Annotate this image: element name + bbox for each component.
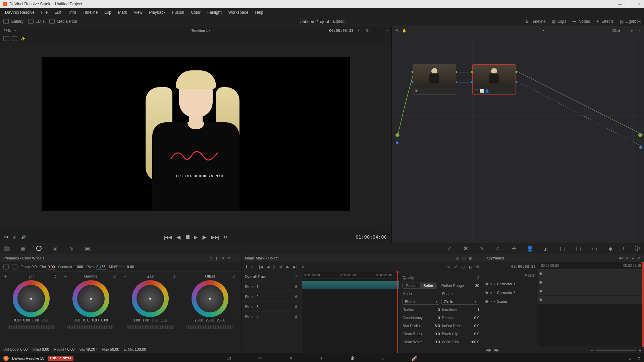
- magic-mask-icon[interactable]: 👤: [527, 245, 533, 251]
- refine-range-field[interactable]: 30: [466, 284, 479, 288]
- mute-icon[interactable]: 🔊: [21, 235, 26, 239]
- track-both-icon[interactable]: ⇄: [279, 265, 282, 269]
- mediapool-toggle[interactable]: Media Pool: [49, 19, 77, 24]
- key-icon[interactable]: ▢: [559, 245, 566, 251]
- radius-field[interactable]: 0: [427, 308, 440, 312]
- first-frame-button[interactable]: |◀◀: [164, 235, 172, 240]
- luts-toggle[interactable]: LUTs: [28, 19, 45, 24]
- iterations-field[interactable]: 1: [466, 308, 479, 312]
- trash-icon[interactable]: 🗑: [294, 285, 298, 289]
- offset-jog[interactable]: [186, 325, 233, 329]
- home-icon[interactable]: ⌂: [629, 356, 631, 361]
- menu-edit[interactable]: Edit: [51, 9, 64, 16]
- node-record-icon[interactable]: ●: [631, 28, 633, 33]
- overall-track-row[interactable]: Overall Track✓: [241, 272, 302, 282]
- gain-jog[interactable]: [127, 325, 174, 329]
- trash-icon[interactable]: 🗑: [294, 305, 298, 309]
- stroke-row[interactable]: Stroke 1🗑: [241, 282, 302, 292]
- split-screen-icon[interactable]: [12, 36, 18, 41]
- trash-icon[interactable]: 🗑: [294, 295, 298, 299]
- track-back-one-icon[interactable]: |◀: [259, 265, 263, 269]
- pick-white-icon[interactable]: ✲: [221, 256, 224, 260]
- gallery-toggle[interactable]: Gallery: [3, 19, 23, 24]
- lift-jog[interactable]: [8, 325, 55, 329]
- edit-page-icon[interactable]: ≡: [289, 355, 292, 361]
- viewer-timecode[interactable]: 00:00:03:23: [329, 28, 354, 33]
- reset-all-icon[interactable]: ↺: [228, 256, 231, 260]
- color-wheels-icon[interactable]: [36, 245, 42, 251]
- step-in-icon[interactable]: ⇤: [252, 265, 255, 269]
- prev-frame-button[interactable]: ◀|: [176, 235, 181, 240]
- denoise-field[interactable]: 0.0: [466, 316, 479, 320]
- kf-expand-icon[interactable]: ⤢: [637, 256, 640, 260]
- consistency-field[interactable]: 0: [427, 316, 440, 320]
- contrast-field[interactable]: Contrast1.000: [58, 265, 83, 269]
- viewer-scrubber[interactable]: [0, 226, 391, 231]
- media-page-icon[interactable]: 🗂: [226, 355, 231, 361]
- menu-file[interactable]: File: [38, 9, 51, 16]
- kf-zoom-out-icon[interactable]: −: [591, 348, 593, 352]
- keyframe-timeline[interactable]: 00:00:00:0000:00:02:18: [538, 262, 644, 347]
- node-01[interactable]: 01: [413, 64, 456, 95]
- pan-tool-icon[interactable]: ✋: [402, 28, 407, 33]
- menu-davinci[interactable]: DaVinci Resolve: [2, 9, 38, 16]
- colboost-field[interactable]: Col Boost 0.00: [3, 347, 28, 351]
- gamma-wheel[interactable]: ✛Gamma↺ 0.000.000.000.00: [61, 274, 121, 345]
- warper-icon[interactable]: ✱: [462, 245, 469, 251]
- maximize-button[interactable]: ▢: [628, 2, 632, 7]
- menu-trim[interactable]: Trim: [65, 9, 79, 16]
- lmix-field[interactable]: L. Mix 100.00: [124, 347, 146, 351]
- kf-zoom-slider[interactable]: [596, 350, 636, 351]
- yrgb-picker-icon[interactable]: ✛: [64, 274, 67, 279]
- graph-input-alpha[interactable]: [396, 141, 398, 144]
- viewer-zoom[interactable]: 47%: [3, 28, 11, 33]
- fusion-page-icon[interactable]: ✦: [319, 355, 324, 361]
- stroke-row[interactable]: Stroke 2🗑: [241, 292, 302, 302]
- menu-clip[interactable]: Clip: [101, 9, 114, 16]
- last-frame-button[interactable]: ▶▶|: [211, 235, 219, 240]
- show-overlay-icon[interactable]: ▢: [461, 265, 465, 269]
- timeline-toggle[interactable]: ⧉Timeline: [526, 19, 546, 24]
- primaries-options-icon[interactable]: ⋯: [234, 256, 238, 260]
- kf-next-key-icon[interactable]: ◆▶: [494, 348, 499, 352]
- lift-wheel[interactable]: ✛Lift↺ 0.000.000.000.00: [1, 274, 61, 345]
- sizing-icon[interactable]: ⬚: [575, 245, 582, 251]
- tint-field[interactable]: Tint0.00: [40, 265, 55, 269]
- sat-field[interactable]: Sat 49.20 ^: [79, 347, 97, 351]
- toggle-mask-icon[interactable]: ◧: [469, 265, 472, 269]
- clean-black-field[interactable]: 0.0: [427, 332, 440, 336]
- image-wipe-icon[interactable]: [3, 36, 9, 41]
- color-match-icon[interactable]: ▦: [19, 245, 26, 251]
- step-out-icon[interactable]: ⇥: [301, 265, 304, 269]
- onion-icon[interactable]: ⬇: [245, 265, 248, 269]
- quality-reset-icon[interactable]: ↺: [476, 276, 479, 280]
- stroke-row[interactable]: Stroke 3🗑: [241, 302, 302, 312]
- tracker-icon[interactable]: ✛: [511, 245, 517, 251]
- menu-workspace[interactable]: Workspace: [225, 9, 252, 16]
- yrgb-picker-icon[interactable]: ✛: [4, 274, 7, 279]
- kf-master-row[interactable]: Master: [483, 271, 538, 280]
- next-frame-button[interactable]: |▶: [202, 235, 207, 240]
- mask-timeline[interactable]: 00:00:00:00 00:00:01:08 00:00:02:16: [302, 272, 399, 353]
- kf-track-row[interactable]: ○▸Sizing: [483, 297, 538, 306]
- trash-icon[interactable]: 🗑: [294, 315, 298, 319]
- pointer-tool-icon[interactable]: ↖: [396, 28, 399, 33]
- reset-gamma-icon[interactable]: ↺: [113, 274, 117, 279]
- temp-field[interactable]: Temp0.0: [21, 265, 37, 269]
- fairlight-page-icon[interactable]: ♪: [382, 355, 384, 361]
- menu-playback[interactable]: Playback: [146, 9, 168, 16]
- play-button[interactable]: ▶: [194, 235, 198, 240]
- reset-gain-icon[interactable]: ↺: [172, 274, 176, 279]
- mode-dropdown[interactable]: Shrink▾: [402, 299, 439, 305]
- gain-wheel[interactable]: ✛Gain↺ 1.001.001.001.00: [121, 274, 180, 345]
- hue-field[interactable]: Hue 50.00: [102, 347, 119, 351]
- track-fwd-one-icon[interactable]: ▶|: [293, 265, 297, 269]
- node-zoom-dot[interactable]: •: [543, 28, 544, 33]
- camera-raw-icon[interactable]: 🎥: [3, 245, 10, 251]
- stroke-add-icon[interactable]: ✎: [447, 265, 450, 269]
- window-icon[interactable]: ○: [494, 245, 501, 251]
- expand-icon[interactable]: ⛶: [375, 28, 378, 33]
- lightbox-toggle[interactable]: ▤Lightbox: [620, 19, 641, 24]
- menu-mark[interactable]: Mark: [115, 9, 130, 16]
- node-02[interactable]: 02📊👤: [472, 64, 516, 95]
